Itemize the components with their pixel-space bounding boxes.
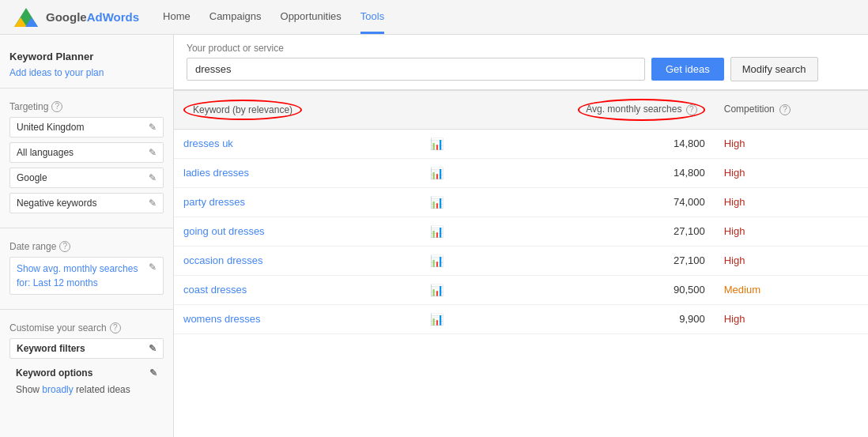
logo-google-text: Google bbox=[46, 10, 87, 24]
targeting-help-icon[interactable]: ? bbox=[51, 101, 62, 112]
negative-keywords-label: Negative keywords bbox=[17, 198, 96, 209]
date-range-item[interactable]: Show avg. monthly searches for: Last 12 … bbox=[9, 257, 164, 295]
keyword-cell[interactable]: occasion dresses bbox=[174, 246, 421, 275]
searches-cell: 27,100 bbox=[453, 217, 715, 246]
competition-cell: High bbox=[715, 304, 868, 333]
comp-help-icon[interactable]: ? bbox=[779, 104, 791, 115]
table-area: Keyword (by relevance) Avg. monthly sear… bbox=[174, 90, 868, 437]
table-row: womens dresses 📊 9,900 High bbox=[174, 304, 868, 333]
product-label: Your product or service bbox=[187, 43, 855, 54]
search-input[interactable] bbox=[187, 58, 645, 81]
chart-icon: 📊 bbox=[430, 284, 443, 296]
chart-icon: 📊 bbox=[430, 138, 443, 150]
table-header-row: Keyword (by relevance) Avg. monthly sear… bbox=[174, 91, 868, 130]
main-content: Your product or service Get ideas Modify… bbox=[174, 35, 868, 437]
negative-keywords-edit-icon[interactable]: ✎ bbox=[149, 198, 157, 209]
chart-icon-cell: 📊 bbox=[421, 246, 453, 275]
chart-icon: 📊 bbox=[430, 254, 443, 267]
searches-cell: 90,500 bbox=[453, 275, 715, 304]
table-row: ladies dresses 📊 14,800 High bbox=[174, 158, 868, 187]
chart-icon-cell: 📊 bbox=[421, 187, 453, 217]
network-item[interactable]: Google ✎ bbox=[9, 168, 164, 188]
keyword-cell[interactable]: dresses uk bbox=[174, 129, 421, 158]
competition-cell: Medium bbox=[715, 275, 868, 304]
table-row: coast dresses 📊 90,500 Medium bbox=[174, 275, 868, 304]
table-row: going out dresses 📊 27,100 High bbox=[174, 217, 868, 246]
nav-tools[interactable]: Tools bbox=[360, 1, 384, 34]
search-row: Get ideas Modify search bbox=[187, 57, 855, 81]
nav-campaigns[interactable]: Campaigns bbox=[209, 1, 262, 34]
table-row: dresses uk 📊 14,800 High bbox=[174, 129, 868, 158]
customise-section: Customise your search ? Keyword filters … bbox=[0, 316, 173, 398]
competition-cell: High bbox=[715, 217, 868, 246]
keyword-filters-item[interactable]: Keyword filters ✎ bbox=[9, 338, 164, 359]
keyword-cell[interactable]: coast dresses bbox=[174, 275, 421, 304]
avg-help-icon[interactable]: ? bbox=[686, 104, 697, 115]
keyword-cell[interactable]: going out dresses bbox=[174, 217, 421, 246]
location-edit-icon[interactable]: ✎ bbox=[149, 122, 157, 133]
chart-icon-cell: 📊 bbox=[421, 304, 453, 333]
competition-cell: High bbox=[715, 246, 868, 275]
network-edit-icon[interactable]: ✎ bbox=[149, 172, 157, 183]
keyword-options-item[interactable]: Keyword options ✎ bbox=[9, 364, 164, 382]
col-chart-spacer bbox=[421, 91, 453, 130]
chart-icon-cell: 📊 bbox=[421, 129, 453, 158]
get-ideas-button[interactable]: Get ideas bbox=[651, 58, 724, 81]
keyword-filters-edit-icon[interactable]: ✎ bbox=[149, 343, 157, 354]
language-edit-icon[interactable]: ✎ bbox=[149, 147, 157, 158]
chart-icon: 📊 bbox=[430, 167, 443, 179]
location-label: United Kingdom bbox=[17, 122, 84, 133]
keyword-cell[interactable]: ladies dresses bbox=[174, 158, 421, 187]
customise-label: Customise your search ? bbox=[9, 322, 164, 333]
sidebar-title: Keyword Planner bbox=[9, 51, 164, 62]
network-label: Google bbox=[17, 172, 47, 183]
nav-opportunities[interactable]: Opportunities bbox=[281, 1, 342, 34]
date-range-label: Date range ? bbox=[9, 241, 164, 252]
sidebar-header: Keyword Planner Add ideas to your plan bbox=[0, 44, 173, 81]
competition-cell: High bbox=[715, 158, 868, 187]
chart-icon-cell: 📊 bbox=[421, 275, 453, 304]
sidebar: Keyword Planner Add ideas to your plan T… bbox=[0, 35, 174, 437]
searches-cell: 14,800 bbox=[453, 158, 715, 187]
competition-cell: High bbox=[715, 187, 868, 217]
location-item[interactable]: United Kingdom ✎ bbox=[9, 117, 164, 138]
searches-cell: 74,000 bbox=[453, 187, 715, 217]
date-range-value: Show avg. monthly searches for: Last 12 … bbox=[17, 262, 149, 290]
searches-cell: 27,100 bbox=[453, 246, 715, 275]
competition-cell: High bbox=[715, 129, 868, 158]
table-row: occasion dresses 📊 27,100 High bbox=[174, 246, 868, 275]
main-layout: Keyword Planner Add ideas to your plan T… bbox=[0, 35, 868, 437]
chart-icon-cell: 📊 bbox=[421, 217, 453, 246]
targeting-label: Targeting ? bbox=[9, 101, 164, 112]
chart-icon: 📊 bbox=[430, 225, 443, 238]
keyword-col-label: Keyword (by relevance) bbox=[183, 100, 302, 120]
top-nav: Google AdWords Home Campaigns Opportunit… bbox=[0, 0, 868, 35]
date-range-edit-icon[interactable]: ✎ bbox=[149, 262, 157, 273]
keyword-options-edit-icon[interactable]: ✎ bbox=[149, 367, 157, 379]
broadly-related-text: Show broadly related ideas bbox=[9, 384, 164, 395]
table-row: party dresses 📊 74,000 High bbox=[174, 187, 868, 217]
nav-home[interactable]: Home bbox=[163, 1, 191, 34]
google-adwords-logo-icon bbox=[13, 6, 40, 28]
logo-adwords-text: AdWords bbox=[87, 10, 139, 24]
sidebar-subtitle: Add ideas to your plan bbox=[9, 67, 164, 78]
searches-cell: 9,900 bbox=[453, 304, 715, 333]
customise-help-icon[interactable]: ? bbox=[110, 322, 121, 333]
targeting-section: Targeting ? United Kingdom ✎ All languag… bbox=[0, 95, 173, 221]
keyword-options-label: Keyword options bbox=[16, 367, 92, 379]
chart-icon-cell: 📊 bbox=[421, 158, 453, 187]
modify-search-button[interactable]: Modify search bbox=[730, 57, 818, 81]
date-range-section: Date range ? Show avg. monthly searches … bbox=[0, 235, 173, 303]
keyword-cell[interactable]: womens dresses bbox=[174, 304, 421, 333]
keyword-table: Keyword (by relevance) Avg. monthly sear… bbox=[174, 90, 868, 334]
language-item[interactable]: All languages ✎ bbox=[9, 142, 164, 163]
col-competition: Competition ? bbox=[715, 91, 868, 130]
date-range-help-icon[interactable]: ? bbox=[59, 241, 70, 252]
logo-area: Google AdWords bbox=[13, 6, 139, 28]
keyword-cell[interactable]: party dresses bbox=[174, 187, 421, 217]
avg-col-label: Avg. monthly searches ? bbox=[578, 99, 705, 121]
negative-keywords-item[interactable]: Negative keywords ✎ bbox=[9, 193, 164, 213]
broadly-related-link[interactable]: broadly bbox=[42, 384, 73, 395]
language-label: All languages bbox=[17, 147, 74, 158]
keyword-filters-label: Keyword filters bbox=[17, 343, 85, 354]
